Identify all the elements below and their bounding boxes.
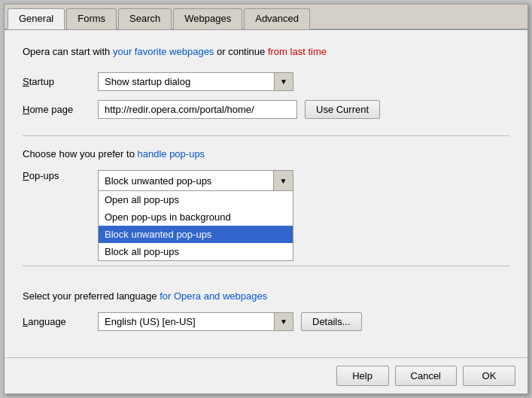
popups-current-value: Block unwanted pop-ups: [99, 172, 273, 190]
popups-dropdown-list: Open all pop-ups Open pop-ups in backgro…: [98, 190, 293, 261]
startup-select[interactable]: Show startup dialog Open home page Conti…: [98, 72, 293, 91]
popup-option-block-unwanted[interactable]: Block unwanted pop-ups: [99, 226, 293, 243]
popup-option-block-all[interactable]: Block all pop-ups: [99, 243, 293, 260]
language-label: Language: [23, 316, 90, 327]
popup-option-open-background[interactable]: Open pop-ups in background: [99, 208, 293, 226]
description-favorite-link: your favorite webpages: [113, 46, 214, 57]
language-select[interactable]: English (US) [en-US]: [98, 312, 293, 331]
tab-bar: General Forms Search Webpages Advanced: [5, 5, 527, 30]
popups-dropdown-header[interactable]: Block unwanted pop-ups ▼: [98, 170, 293, 190]
cancel-button[interactable]: Cancel: [395, 366, 457, 386]
tab-general[interactable]: General: [8, 8, 65, 29]
tab-content: Opera can start with your favorite webpa…: [5, 30, 527, 357]
language-description: Select your preferred language for Opera…: [23, 290, 509, 302]
tab-advanced[interactable]: Advanced: [244, 8, 310, 29]
homepage-row: Home page Use Current: [23, 100, 509, 119]
tab-search[interactable]: Search: [118, 8, 172, 29]
startup-description: Opera can start with your favorite webpa…: [23, 45, 509, 59]
homepage-input[interactable]: [98, 100, 297, 119]
homepage-label: Home page: [23, 104, 90, 115]
language-row: Language English (US) [en-US] ▼ Details.…: [23, 312, 509, 331]
language-description-link: for Opera and webpages: [160, 290, 267, 302]
description-lasttime-link: from last time: [268, 46, 327, 57]
popups-dropdown-arrow[interactable]: ▼: [273, 171, 293, 190]
language-details-button[interactable]: Details...: [301, 312, 362, 331]
tab-webpages[interactable]: Webpages: [173, 8, 242, 29]
use-current-button[interactable]: Use Current: [305, 100, 380, 119]
popup-option-open-all[interactable]: Open all pop-ups: [99, 191, 293, 208]
startup-row: Startup Show startup dialog Open home pa…: [23, 72, 509, 91]
popups-dropdown: Block unwanted pop-ups ▼ Open all pop-up…: [98, 170, 293, 190]
popups-description-link: handle pop-ups: [137, 148, 205, 160]
tab-forms[interactable]: Forms: [66, 8, 117, 29]
popups-description: Choose how you prefer to handle pop-ups: [23, 148, 509, 160]
help-button[interactable]: Help: [336, 366, 389, 386]
ok-button[interactable]: OK: [463, 366, 515, 386]
divider-1: [23, 135, 509, 136]
startup-select-wrapper: Show startup dialog Open home page Conti…: [98, 72, 293, 91]
popups-row: Pop-ups Block unwanted pop-ups ▼ Open al…: [23, 170, 509, 190]
popups-dropdown-container: Block unwanted pop-ups ▼ Open all pop-up…: [98, 170, 293, 190]
dialog: General Forms Search Webpages Advanced O…: [4, 4, 528, 394]
startup-label: Startup: [23, 76, 90, 87]
popups-label: Pop-ups: [23, 170, 90, 181]
divider-2: [23, 266, 509, 266]
language-select-wrapper: English (US) [en-US] ▼: [98, 312, 293, 331]
footer-buttons: Help Cancel OK: [5, 357, 527, 393]
